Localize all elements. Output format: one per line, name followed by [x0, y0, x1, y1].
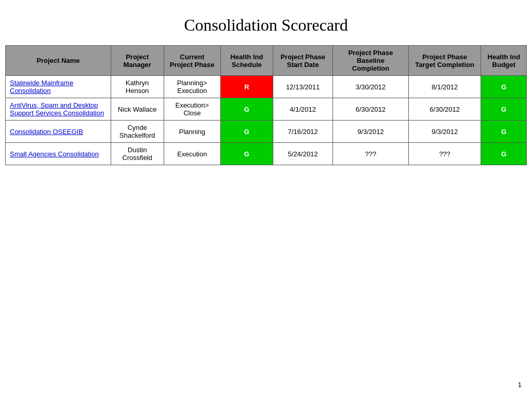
- table-row-project-name[interactable]: Consolidation OSEEGIB: [6, 121, 111, 143]
- scorecard-table-wrapper: Project Name Project Manager Current Pro…: [0, 45, 532, 165]
- table-row-project-manager: Dustin Crossfield: [111, 143, 164, 165]
- table-row-health-ind-budget: G: [481, 76, 527, 98]
- table-row-current-phase: Planning: [164, 121, 221, 143]
- page-number: 1: [518, 381, 522, 389]
- header-health-ind-schedule: Health Ind Schedule: [221, 46, 273, 76]
- table-row-health-ind-schedule: R: [221, 76, 273, 98]
- table-row-target-completion: 9/3/2012: [408, 121, 481, 143]
- header-project-phase-start-date: Project Phase Start Date: [273, 46, 332, 76]
- table-row-baseline-completion: 6/30/2012: [333, 98, 408, 121]
- table-row-start-date: 5/24/2012: [273, 143, 332, 165]
- table-row-health-ind-schedule: G: [221, 143, 273, 165]
- table-row-health-ind-schedule: G: [221, 121, 273, 143]
- table-row-baseline-completion: 3/30/2012: [333, 76, 408, 98]
- header-project-manager: Project Manager: [111, 46, 164, 76]
- table-row-start-date: 12/13/2011: [273, 76, 332, 98]
- table-row-project-manager: Kathryn Henson: [111, 76, 164, 98]
- table-row-current-phase: Execution> Close: [164, 98, 221, 121]
- header-project-phase-target-completion: Project Phase Target Completion: [408, 46, 481, 76]
- table-row-start-date: 7/16/2012: [273, 121, 332, 143]
- table-row-project-manager: Nick Wallace: [111, 98, 164, 121]
- table-row-baseline-completion: 9/3/2012: [333, 121, 408, 143]
- table-row-project-manager: Cynde Shackelford: [111, 121, 164, 143]
- header-current-project-phase: Current Project Phase: [164, 46, 221, 76]
- table-row-health-ind-budget: G: [481, 121, 527, 143]
- table-row-current-phase: Planning> Execution: [164, 76, 221, 98]
- table-row-health-ind-budget: G: [481, 98, 527, 121]
- table-row-project-name[interactable]: Statewide Mainframe Consolidation: [6, 76, 111, 98]
- table-row-target-completion: 8/1/2012: [408, 76, 481, 98]
- header-health-ind-budget: Health Ind Budget: [481, 46, 527, 76]
- scorecard-table: Project Name Project Manager Current Pro…: [5, 45, 527, 165]
- table-row-target-completion: ???: [408, 143, 481, 165]
- page-title: Consolidation Scorecard: [0, 0, 532, 45]
- table-row-baseline-completion: ???: [333, 143, 408, 165]
- table-row-start-date: 4/1/2012: [273, 98, 332, 121]
- table-row-project-name[interactable]: Small Agencies Consolidation: [6, 143, 111, 165]
- table-row-current-phase: Execution: [164, 143, 221, 165]
- header-project-phase-baseline-completion: Project Phase Baseline Completion: [333, 46, 408, 76]
- table-row-project-name[interactable]: AntiVirus, Spam and Desktop Support Serv…: [6, 98, 111, 121]
- table-row-health-ind-budget: G: [481, 143, 527, 165]
- header-project-name: Project Name: [6, 46, 111, 76]
- table-row-health-ind-schedule: G: [221, 98, 273, 121]
- table-row-target-completion: 6/30/2012: [408, 98, 481, 121]
